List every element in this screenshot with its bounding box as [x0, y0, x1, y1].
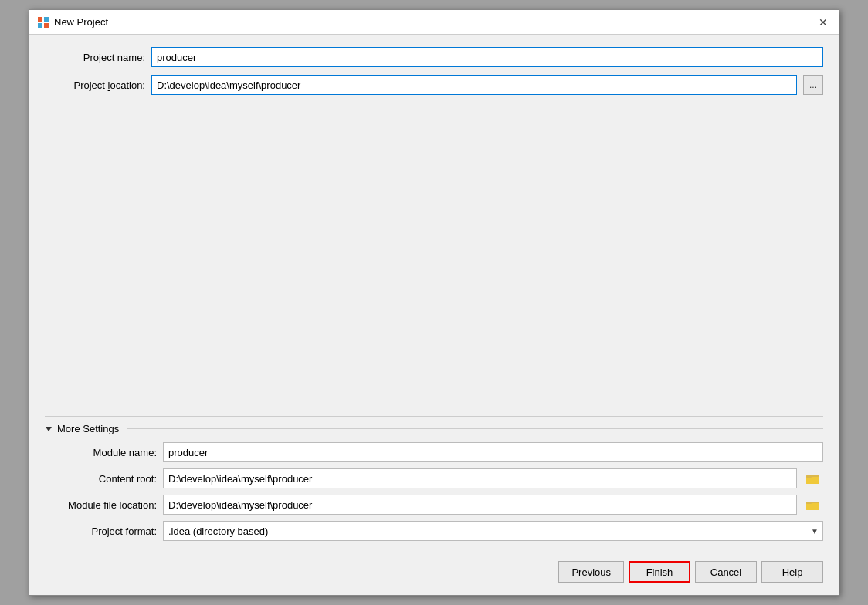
svg-rect-2: [38, 23, 42, 28]
project-name-label: Project name:: [45, 52, 145, 63]
browse-button[interactable]: ...: [803, 75, 823, 95]
title-bar-left: New Project: [37, 16, 108, 29]
project-format-select-wrapper: .idea (directory based) Eclipse (.classp…: [163, 521, 823, 541]
more-settings-header[interactable]: More Settings: [45, 423, 823, 434]
project-location-label: Project location:: [45, 79, 145, 91]
svg-rect-6: [806, 477, 819, 484]
new-project-dialog: New Project ✕ Project name: Project loca…: [29, 9, 839, 596]
content-root-label: Content root:: [45, 473, 157, 485]
project-format-select[interactable]: .idea (directory based) Eclipse (.classp…: [163, 521, 823, 541]
svg-rect-7: [806, 475, 812, 478]
dialog-title: New Project: [54, 16, 108, 28]
finish-button[interactable]: Finish: [629, 561, 690, 583]
module-file-location-browse-button[interactable]: [803, 495, 823, 515]
content-root-input[interactable]: [163, 468, 797, 488]
svg-rect-10: [806, 502, 812, 504]
more-settings-fields: Module name: Content root:: [45, 442, 823, 541]
cancel-button[interactable]: Cancel: [695, 561, 757, 583]
more-settings-divider: [127, 428, 823, 429]
previous-button[interactable]: Previous: [558, 561, 624, 583]
content-root-browse-button[interactable]: [803, 468, 823, 488]
folder-icon: [806, 472, 820, 485]
dialog-footer: Previous Finish Cancel Help: [29, 553, 839, 595]
project-name-input[interactable]: [151, 47, 823, 67]
content-spacer: [45, 103, 823, 408]
svg-marker-4: [46, 427, 52, 431]
dialog-content: Project name: Project location: ... More…: [29, 35, 839, 553]
module-file-location-row: Module file location:: [45, 495, 823, 515]
close-button[interactable]: ✕: [815, 15, 831, 30]
svg-rect-0: [38, 17, 42, 22]
module-name-row: Module name:: [45, 442, 823, 462]
more-settings-label: More Settings: [57, 423, 119, 434]
project-format-row: Project format: .idea (directory based) …: [45, 521, 823, 541]
module-file-location-input[interactable]: [163, 495, 797, 515]
app-icon: [37, 16, 49, 29]
help-button[interactable]: Help: [761, 561, 823, 583]
more-settings-section: More Settings Module name: Content root:: [45, 416, 823, 541]
project-format-label: Project format:: [45, 526, 157, 537]
project-location-input[interactable]: [151, 75, 797, 95]
collapse-triangle-icon: [45, 425, 53, 433]
svg-rect-1: [44, 17, 49, 22]
project-name-row: Project name:: [45, 47, 823, 67]
svg-rect-3: [44, 23, 49, 28]
content-root-row: Content root:: [45, 468, 823, 488]
svg-rect-9: [806, 503, 819, 510]
folder-icon-2: [806, 499, 820, 511]
title-bar: New Project ✕: [29, 10, 839, 35]
project-location-row: Project location: ...: [45, 75, 823, 95]
module-name-label: Module name:: [45, 447, 157, 458]
module-name-input[interactable]: [163, 442, 823, 462]
module-file-location-label: Module file location:: [45, 499, 157, 511]
